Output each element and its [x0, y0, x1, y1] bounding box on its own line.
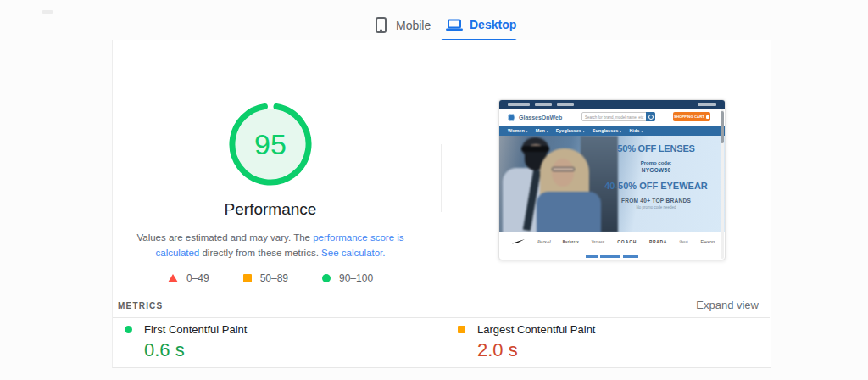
legend-fail: 0–49 [168, 272, 209, 284]
versace-logo: Versace [592, 240, 605, 243]
chevron-down-icon: ▾ [641, 129, 643, 133]
brand-logos-row: Persol Burberry Versace COACH PRADA Gucc… [499, 232, 725, 251]
metric-lcp-name: Largest Contentful Paint [477, 323, 595, 336]
preview-search-placeholder: Search for brand, model name, etc [585, 115, 643, 120]
glassesonweb-logo-icon [508, 114, 515, 121]
tab-desktop[interactable]: Desktop [446, 18, 516, 31]
performance-title: Performance [113, 200, 428, 219]
nike-logo [511, 239, 525, 245]
search-icon [646, 112, 655, 121]
preview-footer-link [499, 255, 725, 258]
hero-promo-label: Promo code: [602, 160, 710, 165]
hero-promo-code: NYGOW50 [602, 167, 710, 173]
pass-circle-icon [322, 274, 331, 282]
coach-logo: COACH [617, 239, 637, 244]
preview-cart-label: SHOPPING CART [674, 115, 704, 119]
preview-search-input: Search for brand, model name, etc [581, 112, 655, 121]
metrics-divider [113, 317, 770, 318]
pagespeed-insights-report: Mobile Desktop 95 Performance Values are… [0, 0, 868, 380]
topbar-track-placeholder [557, 103, 574, 106]
preview-hero: 50% OFF LENSES Promo code: NYGOW50 40-50… [499, 136, 725, 232]
preview-scrollbar [721, 109, 724, 259]
chevron-down-icon: ▾ [526, 129, 528, 133]
metrics-heading: METRICS [118, 301, 163, 310]
chevron-down-icon: ▾ [547, 129, 548, 133]
persol-logo: Persol [537, 239, 551, 244]
column-divider [441, 144, 442, 212]
preview-header: GlassesOnWeb Search for brand, model nam… [499, 109, 725, 126]
good-circle-icon [125, 326, 132, 333]
disclaimer-part1: Values are estimated and may vary. The [136, 232, 313, 243]
preview-brand-name: GlassesOnWeb [519, 115, 562, 120]
chevron-down-icon: ▾ [583, 129, 585, 133]
top-left-artifact [42, 10, 53, 14]
hero-footnote: No promo code needed [602, 205, 710, 210]
chevron-down-icon: ▾ [620, 129, 621, 133]
gucci-logo: Gucci [679, 240, 687, 243]
report-card: 95 Performance Values are estimated and … [112, 40, 771, 368]
cart-icon [706, 115, 709, 119]
score-legend: 0–49 50–89 90–100 [113, 272, 428, 284]
disclaimer-part2: directly from these metrics. [199, 248, 321, 258]
metric-largest-contentful-paint: Largest Contentful Paint 2.0 s [458, 323, 729, 361]
woman-glasses [552, 167, 575, 171]
laptop-icon [446, 19, 463, 31]
hero-photo [499, 136, 618, 232]
tab-mobile[interactable]: Mobile [376, 17, 431, 33]
fail-triangle-icon [168, 274, 178, 282]
topbar-contact-placeholder [535, 103, 552, 106]
topbar-account-placeholder [698, 103, 716, 106]
average-square-icon [458, 326, 465, 333]
preview-scrollbar-thumb [721, 111, 724, 143]
smartphone-icon [376, 17, 387, 33]
preview-nav-sunglasses: Sunglasses▾ [593, 128, 622, 133]
performance-gauge[interactable]: 95 [229, 103, 312, 186]
legend-average-range: 50–89 [260, 272, 288, 284]
average-square-icon [243, 274, 252, 282]
hero-subheadline: 40-50% OFF EYEWEAR [602, 181, 710, 191]
preview-topbar [499, 100, 725, 109]
expand-view-link[interactable]: Expand view [696, 299, 759, 311]
preview-nav-men: Men▾ [536, 128, 548, 133]
tab-desktop-label: Desktop [470, 18, 516, 31]
legend-fail-range: 0–49 [186, 272, 209, 284]
preview-nav-kids: Kids▾ [629, 128, 643, 133]
disclaimer-text: Values are estimated and may vary. The p… [128, 230, 413, 260]
preview-cart-button: SHOPPING CART [673, 112, 710, 121]
topbar-phone-placeholder [508, 103, 530, 106]
metric-first-contentful-paint: First Contentful Paint 0.6 s [125, 323, 396, 361]
preview-nav-women: Women▾ [508, 128, 528, 133]
site-preview-thumbnail[interactable]: GlassesOnWeb Search for brand, model nam… [498, 99, 726, 260]
hero-headline: 50% OFF LENSES [602, 143, 710, 154]
flexon-logo: Flexon [700, 239, 715, 244]
metric-lcp-value: 2.0 s [477, 339, 729, 361]
hero-text-block: 50% OFF LENSES Promo code: NYGOW50 40-50… [602, 138, 710, 210]
metric-fcp-name: First Contentful Paint [144, 323, 247, 336]
man-sunglasses [521, 146, 549, 152]
see-calculator-link[interactable]: See calculator. [321, 248, 385, 258]
burberry-logo: Burberry [563, 240, 579, 243]
performance-score: 95 [229, 103, 312, 186]
hero-brands-line: FROM 40+ TOP BRANDS [602, 198, 710, 204]
prada-logo: PRADA [649, 239, 667, 244]
legend-pass: 90–100 [322, 272, 373, 284]
preview-nav-eyeglasses: Eyeglasses▾ [556, 128, 585, 133]
preview-nav: Women▾ Men▾ Eyeglasses▾ Sunglasses▾ Kids… [499, 126, 725, 136]
legend-average: 50–89 [243, 272, 288, 284]
tab-mobile-label: Mobile [396, 19, 431, 32]
metric-fcp-value: 0.6 s [144, 339, 396, 361]
legend-pass-range: 90–100 [339, 272, 373, 284]
